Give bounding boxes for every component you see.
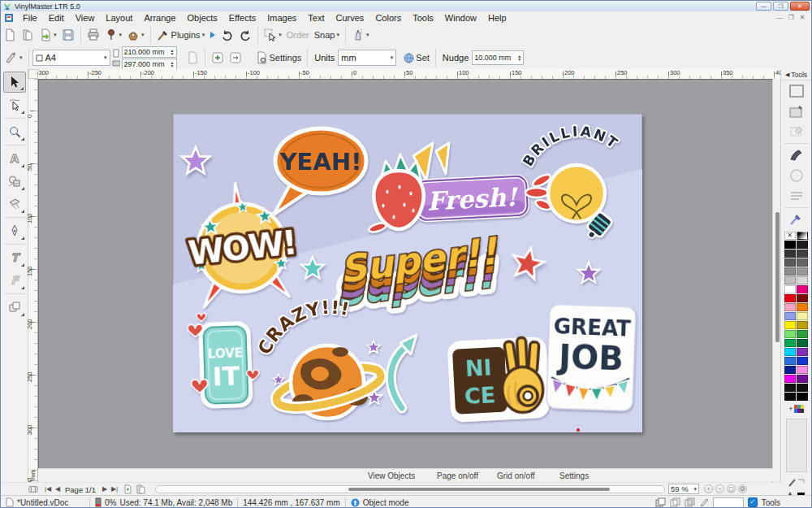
palette-swatch[interactable]: ✕ <box>784 232 796 240</box>
tools-visibility-checkbox[interactable]: ✓ <box>748 497 758 507</box>
palette-swatch[interactable] <box>784 241 796 249</box>
first-page-button[interactable]: |◀ <box>43 484 53 494</box>
print-button[interactable] <box>84 26 102 44</box>
page-preset-combo[interactable]: A4 ▾ <box>32 50 110 66</box>
page-settings-button[interactable]: Settings <box>253 49 304 67</box>
blank-page-button[interactable] <box>184 49 201 67</box>
palette-swatch[interactable] <box>784 303 796 311</box>
pen-mode-icon[interactable] <box>699 497 709 507</box>
layer-middle-icon[interactable] <box>670 497 680 507</box>
vertical-ruler[interactable]: mm050100150200250300350 <box>28 79 38 482</box>
palette-swatch[interactable] <box>797 276 808 284</box>
page-height-spinner[interactable]: 297.000 mm▲▼ <box>122 59 177 70</box>
quick-command-input[interactable] <box>713 497 744 508</box>
palette-swatch[interactable] <box>797 339 808 347</box>
menu-item-text[interactable]: Text <box>302 12 330 24</box>
palette-swatch[interactable] <box>797 357 808 365</box>
tool-stencil[interactable]: T <box>3 247 26 268</box>
menu-item-tools[interactable]: Tools <box>407 12 439 24</box>
import-button[interactable]: ▾ <box>37 26 59 44</box>
palette-swatch[interactable] <box>797 250 808 258</box>
palette-swatch[interactable] <box>784 339 796 347</box>
sticker-nice[interactable]: NI CE <box>447 336 550 423</box>
cutter-tool-button[interactable]: ▾ <box>2 49 25 67</box>
palette-swatch[interactable] <box>784 250 796 258</box>
palette-swatch[interactable] <box>797 348 808 356</box>
vertical-scrollbar-thumb[interactable] <box>775 212 780 342</box>
palette-swatch[interactable] <box>797 375 808 383</box>
menu-item-arrange[interactable]: Arrange <box>138 12 181 24</box>
palette-swatch[interactable] <box>784 258 796 267</box>
sticker-great-job[interactable]: GREAT JOB <box>546 304 636 411</box>
palette-swatch[interactable] <box>784 357 796 365</box>
vinyl-spool-button[interactable]: ▾ <box>124 26 147 44</box>
spray-tool-button[interactable]: ▾ <box>349 26 372 44</box>
palette-swatch[interactable] <box>784 294 796 302</box>
tool-effects[interactable]: F <box>3 270 26 291</box>
add-page-after-icon[interactable] <box>136 484 145 494</box>
pin-button[interactable]: ▾ <box>102 26 125 44</box>
palette-swatch[interactable] <box>797 232 808 240</box>
last-page-button[interactable]: ▶| <box>110 484 119 494</box>
add-page-button[interactable] <box>209 49 227 67</box>
palette-swatch[interactable] <box>797 393 808 401</box>
palette-swatch[interactable] <box>797 384 808 392</box>
palette-swatch[interactable] <box>784 276 796 284</box>
horizontal-scrollbar-thumb[interactable] <box>348 488 610 491</box>
plugins-button[interactable]: Plugins▾ <box>154 26 208 44</box>
doc-close-button[interactable]: ✕ <box>797 14 808 21</box>
tool-duplicate[interactable] <box>3 297 26 318</box>
menu-item-file[interactable]: File <box>17 12 43 24</box>
view-objects-button[interactable]: View Objects <box>368 471 415 480</box>
prev-page-button[interactable]: ◀ <box>53 484 63 494</box>
freehand-tool[interactable] <box>783 145 810 165</box>
page-width-spinner[interactable]: 210.000 mm▲▼ <box>122 46 177 58</box>
tool-zoom[interactable] <box>3 121 26 142</box>
palette-swatch[interactable] <box>784 384 796 392</box>
lines-tool[interactable] <box>783 186 810 206</box>
add-page-before-icon[interactable] <box>123 484 132 494</box>
menu-item-help[interactable]: Help <box>482 12 512 24</box>
minimize-button[interactable]: — <box>756 2 771 11</box>
nudge-spinner[interactable]: 10.000 mm▲▼ <box>472 50 524 65</box>
palette-swatch[interactable] <box>797 321 808 329</box>
settings-button[interactable]: Settings <box>559 471 589 480</box>
add-swatch-button[interactable]: + <box>788 404 806 414</box>
palette-swatch[interactable] <box>797 241 808 249</box>
palette-swatch[interactable] <box>784 393 796 401</box>
tool-select[interactable] <box>3 72 26 93</box>
tool-shapes[interactable] <box>3 171 26 192</box>
units-combo[interactable]: mm▾ <box>338 50 396 66</box>
page-list-icon[interactable] <box>28 484 38 494</box>
stroke-indicator-icon[interactable] <box>787 477 806 488</box>
tool-node-edit[interactable] <box>3 94 26 115</box>
set-units-button[interactable]: Set <box>401 50 432 66</box>
palette-swatch[interactable] <box>784 366 796 374</box>
undo-button[interactable] <box>218 26 236 44</box>
tool-weeding[interactable] <box>3 193 26 215</box>
fill-tool[interactable] <box>783 102 810 121</box>
palette-swatch[interactable] <box>784 375 796 383</box>
menu-item-curves[interactable]: Curves <box>330 12 370 24</box>
zoom-in-button[interactable]: + <box>704 484 713 493</box>
snap-button[interactable]: Snap▾ <box>312 28 342 42</box>
horizontal-scrollbar[interactable] <box>155 485 665 493</box>
zoom-fit-button[interactable]: ◻ <box>727 484 736 493</box>
zoom-level-combo[interactable]: 59 %▾ <box>668 484 699 494</box>
tools-panel-header[interactable]: ◀Tools <box>781 69 811 80</box>
zoom-page-button[interactable]: ❂ <box>738 484 747 493</box>
doc-restore-button[interactable]: ❐ <box>785 14 797 21</box>
menu-item-objects[interactable]: Objects <box>182 12 223 24</box>
palette-swatch[interactable] <box>797 285 808 293</box>
redo-button[interactable] <box>236 26 254 44</box>
palette-swatch[interactable] <box>797 366 808 374</box>
run-plugin-button[interactable] <box>207 28 218 41</box>
palette-swatch[interactable] <box>797 303 808 311</box>
menu-item-effects[interactable]: Effects <box>223 12 261 24</box>
palette-swatch[interactable] <box>797 267 808 276</box>
transform-tool[interactable] <box>783 122 810 141</box>
menu-item-colors[interactable]: Colors <box>369 12 407 24</box>
pick-tool-button[interactable]: ▾ <box>261 26 284 44</box>
eyedropper-tool[interactable] <box>783 210 810 229</box>
palette-swatch[interactable] <box>784 312 796 320</box>
